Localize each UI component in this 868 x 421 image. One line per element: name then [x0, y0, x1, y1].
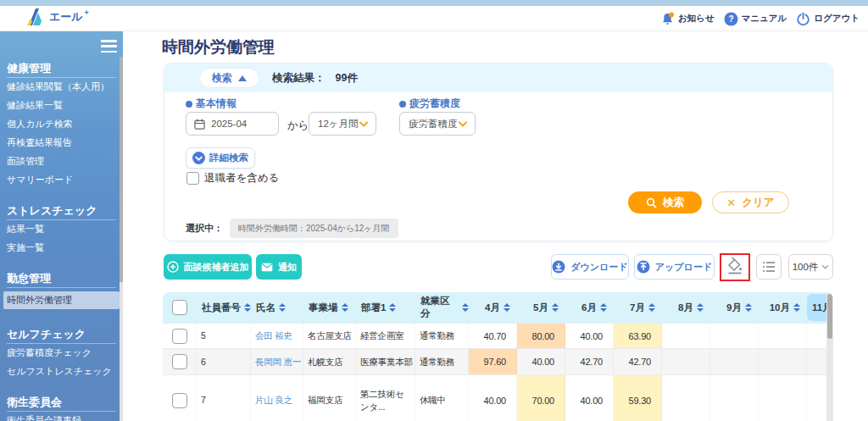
column-header[interactable]: 5月 — [517, 292, 565, 323]
period-value: 12ヶ月間 — [318, 118, 359, 130]
sidebar-item[interactable]: 結果一覧 — [3, 224, 120, 235]
column-header[interactable]: 7月 — [614, 292, 662, 323]
column-header[interactable]: 就業区分 — [415, 292, 469, 323]
column-header[interactable]: 4月 — [469, 292, 517, 323]
column-header[interactable]: 6月 — [565, 292, 614, 323]
selected-filter-chip: 時間外労働時間：2025-04から12ヶ月間 — [230, 219, 398, 238]
sidebar-item[interactable]: 衛生委員会議事録 — [3, 415, 120, 421]
search-toggle-button[interactable]: 検索 — [199, 68, 259, 88]
sidebar-item[interactable]: 再検査結果報告 — [3, 137, 120, 148]
logo-text: エール — [49, 9, 83, 25]
column-header[interactable]: 事業場 — [303, 292, 356, 323]
sidebar-item[interactable]: セルフストレスチェック — [3, 366, 120, 377]
date-input[interactable]: 2025-04 — [186, 112, 279, 136]
list-view-button[interactable] — [756, 254, 782, 280]
month-value-cell — [759, 375, 807, 421]
column-header[interactable]: 9月 — [710, 292, 759, 323]
paint-bucket-icon — [726, 257, 744, 275]
sort-icon[interactable] — [244, 303, 251, 312]
search-result-label: 検索結果： — [272, 71, 326, 86]
app-logo[interactable]: エール+ — [24, 8, 91, 26]
add-candidate-button[interactable]: 面談候補者追加 — [164, 254, 252, 280]
sort-icon[interactable] — [389, 303, 396, 312]
row-checkbox[interactable] — [172, 393, 187, 408]
nav-notifications[interactable]: お知らせ — [660, 12, 715, 26]
upload-button[interactable]: アップロード — [634, 254, 715, 280]
period-select[interactable]: 12ヶ月間 — [309, 112, 376, 136]
employee-name-link[interactable]: 会田 裕史 — [255, 330, 292, 342]
sort-icon[interactable] — [793, 303, 800, 312]
table-scrollbar-thumb[interactable] — [827, 294, 832, 339]
nav-logout-label: ログアウト — [814, 13, 860, 25]
highlight-annotation-box — [720, 253, 750, 281]
sort-icon[interactable] — [648, 303, 655, 312]
blue-dot-icon — [186, 101, 192, 108]
month-value-cell: 42.70 — [565, 349, 614, 374]
employee-name-link[interactable]: 片山 良之 — [255, 394, 292, 407]
sidebar-item[interactable]: 時間外労働管理 — [3, 291, 120, 309]
month-value-cell: 42.70 — [614, 349, 662, 374]
download-button[interactable]: ダウンロード — [551, 254, 629, 280]
sidebar-item[interactable]: 面談管理 — [3, 156, 120, 167]
row-checkbox[interactable] — [172, 329, 187, 344]
month-value-cell — [759, 324, 807, 348]
work-type-cell: 通常勤務 — [415, 349, 469, 374]
include-retired-checkbox[interactable] — [186, 172, 199, 185]
sidebar-item[interactable]: 疲労蓄積度チェック — [3, 347, 120, 358]
employee-name-link[interactable]: 長岡岡 恵一 — [255, 356, 301, 368]
sort-icon[interactable] — [600, 303, 607, 312]
select-all-checkbox[interactable] — [172, 300, 187, 315]
notify-label: 通知 — [278, 261, 297, 274]
month-value-cell — [662, 349, 710, 374]
column-header[interactable]: 部署1 — [356, 292, 415, 323]
column-header[interactable]: 8月 — [662, 292, 710, 323]
menu-hamburger-icon[interactable] — [101, 40, 117, 53]
detail-search-button[interactable]: 詳細検索 — [186, 147, 255, 169]
sidebar-divider — [7, 411, 116, 412]
sort-icon[interactable] — [279, 303, 286, 312]
column-header[interactable]: 11月 — [807, 294, 826, 321]
search-toggle-label: 検索 — [212, 71, 232, 86]
sidebar-section-title: 衛生委員会 — [7, 396, 116, 408]
search-panel: 検索 検索結果： 99件 基本情報 2025-04 — [164, 63, 833, 241]
clear-button[interactable]: ✕ クリア — [712, 191, 789, 213]
employee-name-cell: 片山 良之 — [251, 375, 303, 421]
sidebar-item[interactable]: サマリーボード — [3, 174, 120, 186]
sidebar-divider — [7, 343, 116, 344]
sort-icon[interactable] — [462, 303, 469, 312]
sort-icon[interactable] — [552, 303, 559, 312]
fatigue-label: 疲労蓄積度 — [399, 97, 460, 111]
month-value-cell — [710, 375, 759, 421]
toolbar: 面談候補者追加 通知 ダウンロード — [123, 253, 868, 282]
work-type-cell: 休職中 — [415, 375, 469, 421]
sidebar-item[interactable]: 健診結果一覧 — [3, 100, 120, 111]
sidebar-item[interactable]: 個人カルテ検索 — [3, 119, 120, 130]
month-value-cell: 40.70 — [469, 324, 517, 348]
table-scrollbar[interactable] — [826, 292, 833, 421]
column-header[interactable]: 氏名 — [251, 292, 303, 323]
sort-icon[interactable] — [697, 303, 704, 312]
sort-icon[interactable] — [504, 303, 510, 312]
sort-icon[interactable] — [745, 303, 752, 312]
sort-icon[interactable] — [342, 303, 348, 312]
column-header[interactable]: 10月 — [759, 292, 807, 323]
nav-logout[interactable]: ログアウト — [796, 12, 860, 26]
search-result-count: 99件 — [336, 71, 358, 86]
table-row: 7片山 良之福岡支店第二技術センタ...休職中40.0070.0040.0059… — [163, 374, 826, 421]
notify-button[interactable]: 通知 — [256, 254, 302, 280]
month-value-cell: 63.90 — [614, 324, 662, 348]
add-candidate-label: 面談候補者追加 — [184, 261, 249, 274]
column-header[interactable]: 社員番号 — [197, 292, 251, 323]
sidebar-item[interactable]: 健診結果閲覧（本人用） — [3, 81, 120, 92]
page-size-select[interactable]: 100件 — [788, 254, 833, 280]
nav-manual-label: マニュアル — [742, 13, 787, 25]
search-button[interactable]: 検索 — [628, 191, 702, 213]
nav-manual[interactable]: ? マニュアル — [724, 12, 787, 26]
sidebar-item[interactable]: 実施一覧 — [3, 242, 120, 253]
download-label: ダウンロード — [570, 261, 627, 274]
month-value-cell: 40.00 — [517, 349, 565, 374]
fatigue-select[interactable]: 疲労蓄積度 — [399, 112, 476, 136]
fill-color-button[interactable] — [726, 257, 744, 278]
work-type-cell: 通常勤務 — [415, 324, 469, 348]
row-checkbox[interactable] — [172, 354, 187, 369]
